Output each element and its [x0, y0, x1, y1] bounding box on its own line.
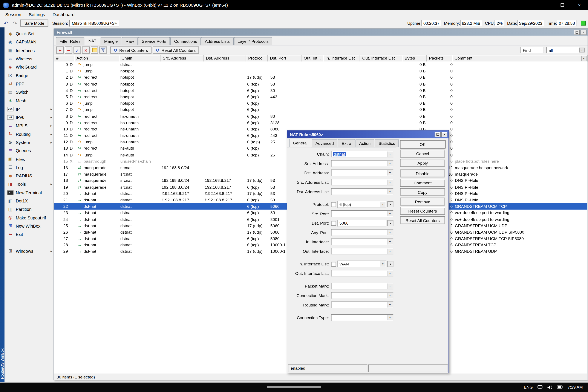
combo-src-address[interactable]: ▼ [331, 160, 394, 167]
minimize-button[interactable] [536, 0, 554, 10]
sidebar-item-radius[interactable]: ☻RADIUS [4, 172, 54, 180]
dropdown-arrow-icon[interactable]: ▼ [387, 211, 393, 216]
dialog-close-button[interactable]: × [442, 132, 448, 137]
firewall-titlebar[interactable]: Firewall × [54, 29, 588, 36]
volume-icon[interactable] [547, 385, 552, 389]
combo-dst-address[interactable]: ▼ [331, 170, 394, 176]
network-icon[interactable] [537, 385, 542, 389]
sidebar-item-files[interactable]: ▣Files [4, 155, 54, 163]
sidebar-item-new-winbox[interactable]: ⊞New WinBox [4, 222, 54, 230]
dropdown-arrow-icon[interactable]: ▼ [380, 202, 386, 207]
dropdown-arrow-icon[interactable]: ▼ [380, 261, 386, 266]
column-header-proto[interactable]: Protocol [246, 55, 268, 62]
dropdown-arrow-icon[interactable]: ▼ [387, 315, 393, 320]
dropdown-arrow-icon[interactable]: ▼ [387, 152, 393, 157]
collapse-arrow-icon[interactable]: ▲ [387, 220, 393, 226]
tab-layer7-protocols[interactable]: Layer7 Protocols [234, 37, 272, 45]
dropdown-arrow-icon[interactable]: ▼ [387, 249, 393, 254]
input-dst-port[interactable]: 5060 [338, 220, 386, 226]
column-header-pkts[interactable]: Packets [427, 55, 452, 62]
remove-rule-button[interactable]: − [65, 46, 72, 54]
sidebar-item-mesh[interactable]: ∗Mesh [4, 96, 54, 105]
taskbar-apps-pill[interactable] [267, 386, 321, 388]
session-field[interactable]: MikroTik RB5009UG+S+ [70, 20, 119, 26]
filter-rule-button[interactable] [99, 46, 107, 54]
tab-nat[interactable]: NAT [85, 37, 100, 45]
column-header-comment[interactable]: Comment [452, 55, 588, 62]
sidebar-item-quick-set[interactable]: ◆Quick Set [4, 30, 54, 38]
cancel-button[interactable]: Cancel [400, 150, 445, 158]
sidebar-item-log[interactable]: ☰Log [4, 163, 54, 172]
combo-out-interface[interactable]: ▼ [331, 248, 394, 254]
dropdown-arrow-icon[interactable]: ▼ [387, 271, 393, 276]
restore-button[interactable] [554, 0, 570, 10]
dropdown-arrow-icon[interactable]: ▼ [387, 302, 393, 307]
sidebar-item-system[interactable]: ⚙System▸ [4, 138, 54, 147]
combo-out-interface-list[interactable]: ▼ [331, 270, 394, 276]
reset-all-counters-button[interactable]: Reset All Counters [400, 216, 445, 224]
sidebar-item-exit[interactable]: ↪Exit [4, 230, 54, 239]
sidebar-item-queues[interactable]: ≣Queues [4, 147, 54, 155]
combo-routing-mark[interactable]: ▼ [331, 302, 394, 308]
dropdown-arrow-icon[interactable]: ▼ [387, 161, 393, 166]
checkbox[interactable] [331, 202, 336, 207]
table-row[interactable]: 9D↪redirecths-unauth6 (tcp)31280 B0 [54, 120, 587, 126]
menu-dashboard[interactable]: Dashboard [49, 11, 78, 18]
undo-button[interactable]: ↶ [2, 20, 10, 27]
sidebar-item-capsman[interactable]: ◉CAPsMAN [4, 38, 54, 46]
checkbox[interactable] [331, 221, 336, 226]
combo-packet-mark[interactable]: ▼ [331, 283, 394, 290]
dropdown-arrow-icon[interactable]: ▼ [387, 230, 393, 235]
ok-button[interactable]: OK [400, 140, 445, 148]
dropdown-arrow-icon[interactable]: ▼ [387, 180, 393, 185]
redo-button[interactable]: ↷ [11, 20, 19, 27]
sidebar-item-ipv6[interactable]: v6IPv6▸ [4, 113, 54, 122]
enable-rule-button[interactable]: ✓ [74, 46, 81, 54]
sidebar-item-wireguard[interactable]: ◈WireGuard [4, 63, 54, 71]
column-header-bytes[interactable]: Bytes [402, 55, 426, 62]
combo-protocol[interactable]: 6 (tcp)▼ [338, 201, 386, 208]
column-header-src[interactable]: Src. Address [160, 55, 204, 62]
dialog-maximize-button[interactable] [434, 132, 440, 137]
find-button[interactable]: Find [520, 47, 544, 53]
close-button[interactable]: × [571, 0, 588, 10]
combo-chain[interactable]: dstnat▼ [331, 151, 394, 157]
tab-address-lists[interactable]: Address Lists [201, 37, 234, 45]
apply-button[interactable]: Apply [400, 159, 445, 167]
menu-settings[interactable]: Settings [25, 11, 49, 18]
combo-src-port[interactable]: ▼ [331, 210, 394, 217]
tab-raw[interactable]: Raw [122, 37, 138, 45]
table-row[interactable]: 1D↷jumphotspot0 B0 [54, 68, 587, 74]
reset-all-counters-toolbar-button[interactable]: ↺ Reset All Counters [152, 46, 199, 54]
checkbox[interactable] [331, 262, 336, 266]
menu-session[interactable]: Session [2, 11, 25, 18]
firewall-maximize-button[interactable] [574, 30, 580, 35]
reset-counters-button[interactable]: Reset Counters [400, 207, 445, 215]
clock[interactable]: 7:29 AM [568, 385, 583, 390]
table-row[interactable]: 7D↷jumphotspot6 (tcp)0 B0 [54, 106, 587, 113]
sidebar-item-switch[interactable]: ▤Switch [4, 88, 54, 96]
dialog-tab-advanced[interactable]: Advanced [312, 139, 338, 147]
dropdown-arrow-icon[interactable]: ▼ [387, 293, 393, 298]
sidebar-item-mpls[interactable]: →MPLS▸ [4, 122, 54, 130]
table-row[interactable]: 8D↪redirecths-unauth6 (tcp)800 B0 [54, 113, 587, 120]
sidebar-item-ppp[interactable]: ⇄PPP [4, 80, 54, 88]
column-header-num[interactable]: # [54, 55, 74, 62]
dialog-titlebar[interactable]: NAT Rule <5060> × [287, 130, 448, 138]
table-row[interactable]: 5D↪redirecthotspot6 (tcp)4430 B0 [54, 94, 587, 100]
dialog-tab-general[interactable]: General [289, 139, 311, 148]
sidebar-item-new-terminal[interactable]: >_New Terminal [4, 188, 54, 197]
comment-rule-button[interactable] [91, 46, 98, 54]
sidebar-item-interfaces[interactable]: ▦Interfaces [4, 46, 54, 55]
column-header-action[interactable]: Action [74, 55, 119, 62]
tab-mangle[interactable]: Mangle [100, 37, 122, 45]
sidebar-item-make-supout[interactable]: ◎Make Supout.rif [4, 214, 54, 222]
table-row[interactable]: 4D↪redirecthotspot6 (tcp)800 B0 [54, 87, 587, 94]
sidebar-item-tools[interactable]: ◨Tools▸ [4, 180, 54, 188]
sidebar-item-wireless[interactable]: ≋Wireless [4, 55, 54, 63]
tab-connections[interactable]: Connections [170, 37, 201, 45]
sidebar-item-windows[interactable]: ⊞Windows▸ [4, 247, 54, 255]
collapse-arrow-icon[interactable]: ▲ [387, 201, 393, 208]
sidebar-item-bridge[interactable]: ⋈Bridge [4, 71, 54, 80]
table-row[interactable]: 2D↪redirecthotspot17 (udp)530 B0 [54, 74, 587, 81]
